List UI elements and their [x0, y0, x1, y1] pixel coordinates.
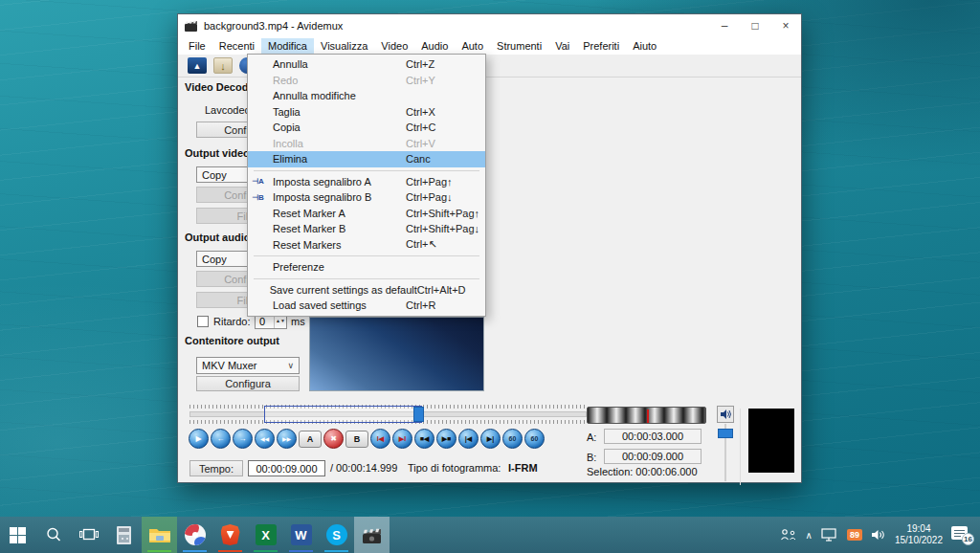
running-indicator	[218, 550, 242, 552]
avidemux-taskbar-button[interactable]	[354, 517, 390, 553]
word-button[interactable]: W	[283, 517, 319, 553]
skype-button[interactable]: S	[319, 517, 354, 553]
output-audio-codec-value: Copy	[202, 254, 227, 265]
first-frame-button[interactable]: ■◀	[414, 429, 434, 449]
menu-item-copia[interactable]: CopiaCtrl+C	[248, 120, 485, 136]
prev-keyframe-button[interactable]: ◀◀	[255, 429, 275, 449]
menu-item-redo[interactable]: RedoCtrl+Y	[248, 73, 485, 89]
menu-item-annulla[interactable]: AnnullaCtrl+Z	[248, 56, 485, 73]
menu-bar: File Recenti Modifica Visualizza Video A…	[178, 37, 801, 55]
menu-item-load-saved-settings[interactable]: Load saved settingsCtrl+R	[248, 298, 485, 314]
file-explorer-button[interactable]	[142, 517, 177, 553]
menu-item-taglia[interactable]: TagliaCtrl+X	[248, 104, 485, 121]
menu-video[interactable]: Video	[374, 38, 414, 54]
delay-checkbox[interactable]	[197, 316, 209, 327]
volume-mute-button[interactable]	[717, 406, 734, 423]
divider	[740, 409, 741, 485]
container-muxer-select[interactable]: MKV Muxer ∨	[196, 357, 300, 374]
notification-count-badge: 16	[962, 533, 974, 545]
prev-black-frame-button[interactable]: |◀	[458, 429, 479, 449]
delete-selection-button[interactable]: ✖	[323, 429, 344, 449]
running-indicator	[289, 550, 313, 552]
output-thumbnail	[748, 409, 794, 473]
calculator-button[interactable]	[106, 517, 142, 553]
running-indicator	[147, 550, 171, 552]
set-marker-b-button[interactable]: B	[345, 431, 368, 448]
search-button[interactable]	[35, 517, 71, 553]
goto-marker-b-button[interactable]: ▶I	[392, 429, 412, 449]
tempo-button[interactable]: Tempo:	[189, 460, 243, 476]
menu-modifica[interactable]: Modifica	[261, 38, 314, 54]
next-keyframe-button[interactable]: ▶▶	[277, 429, 297, 449]
volume-slider-thumb[interactable]	[718, 429, 733, 438]
menu-audio[interactable]: Audio	[414, 38, 455, 54]
task-view-button[interactable]	[71, 517, 106, 553]
prev-frame-button[interactable]: ←	[211, 429, 231, 449]
menu-item-save-settings-default[interactable]: Save current settings as defaultCtrl+Alt…	[248, 282, 485, 299]
timeline-thumb[interactable]	[413, 407, 424, 422]
menu-item-preferenze[interactable]: Preferenze	[248, 259, 485, 276]
marker-a-field[interactable]: 00:00:03.000	[604, 429, 702, 444]
save-file-icon[interactable]: ↓	[213, 57, 233, 74]
marker-a-label: A:	[587, 431, 596, 443]
avidemux-icon	[362, 526, 383, 544]
set-marker-a-button[interactable]: A	[299, 431, 322, 448]
start-button[interactable]	[0, 517, 35, 553]
clock[interactable]: 19:04 15/10/2022	[895, 523, 943, 546]
menu-item-reset-marker-b[interactable]: Reset Marker BCtrl+Shift+Pag↓	[248, 221, 485, 237]
action-center-button[interactable]: 16	[951, 525, 972, 544]
network-icon[interactable]	[821, 528, 838, 542]
title-bar[interactable]: background3.mp4 - Avidemux – □ ×	[178, 14, 801, 37]
edit-menu-dropdown: AnnullaCtrl+Z RedoCtrl+Y Annulla modific…	[247, 54, 486, 317]
jog-shuttle[interactable]	[587, 407, 706, 424]
tray-expand-chevron[interactable]: ∧	[806, 530, 813, 541]
media-disc-app-button[interactable]	[177, 517, 212, 553]
bookmark-b-icon: ⊣B	[252, 193, 273, 202]
goto-marker-a-button[interactable]: I◀	[370, 429, 390, 449]
current-time-field[interactable]: 00:00:09.000	[248, 460, 325, 476]
back-60s-button[interactable]: 60	[502, 429, 523, 449]
output-video-codec-value: Copy	[202, 169, 227, 181]
menu-item-reset-marker-a[interactable]: Reset Marker ACtrl+Shift+Pag↑	[248, 206, 485, 222]
double-right-icon: ▶▶	[282, 435, 291, 442]
next-black-frame-icon: ▶|	[487, 435, 494, 443]
transport-controls: ▶ ← → ◀◀ ▶▶ A ✖ B I◀ ▶I ■◀ ▶■ |◀ ▶| 60 6…	[189, 429, 545, 449]
fwd-60s-button[interactable]: 60	[524, 429, 545, 449]
last-frame-button[interactable]: ▶■	[436, 429, 457, 449]
menu-item-annulla-modifiche[interactable]: Annulla modifiche	[248, 88, 485, 104]
menu-strumenti[interactable]: Strumenti	[490, 38, 548, 54]
people-icon[interactable]	[780, 528, 797, 542]
brave-button[interactable]	[212, 517, 248, 553]
container-configure-button[interactable]: Configura	[196, 376, 300, 391]
play-button[interactable]: ▶	[189, 429, 209, 449]
menu-file[interactable]: File	[182, 38, 212, 54]
delete-x-icon: ✖	[330, 434, 337, 443]
menu-auto[interactable]: Auto	[455, 38, 490, 54]
last-frame-icon: ▶■	[442, 435, 452, 443]
minimize-button[interactable]: –	[709, 14, 740, 37]
marker-a-icon: A	[307, 434, 314, 444]
next-black-frame-button[interactable]: ▶|	[480, 429, 501, 449]
excel-button[interactable]: X	[248, 517, 283, 553]
battery-percent-badge[interactable]: 89	[847, 529, 862, 541]
frame-type-value: I-FRM	[508, 462, 538, 474]
system-tray: ∧ 89 19:04 15/10/2022 16	[780, 517, 980, 553]
next-frame-button[interactable]: →	[233, 429, 253, 449]
menu-visualizza[interactable]: Visualizza	[314, 38, 374, 54]
excel-icon: X	[256, 524, 277, 545]
open-file-icon[interactable]: ▲	[188, 57, 207, 74]
marker-b-field[interactable]: 00:00:09.000	[604, 449, 702, 464]
maximize-button[interactable]: □	[740, 14, 770, 37]
menu-item-imposta-segnalibro-a[interactable]: ⊣AImposta segnalibro ACtrl+Pag↑	[248, 174, 485, 190]
menu-item-elimina[interactable]: EliminaCanc	[248, 151, 485, 167]
close-button[interactable]: ×	[770, 14, 801, 37]
menu-vai[interactable]: Vai	[548, 38, 576, 54]
avidemux-app-icon	[185, 20, 198, 32]
menu-item-imposta-segnalibro-b[interactable]: ⊣BImposta segnalibro BCtrl+Pag↓	[248, 189, 485, 206]
menu-recenti[interactable]: Recenti	[212, 38, 261, 54]
volume-tray-icon[interactable]	[871, 528, 886, 542]
menu-item-reset-markers[interactable]: Reset MarkersCtrl+↖	[248, 237, 485, 254]
menu-aiuto[interactable]: Aiuto	[626, 38, 663, 54]
menu-preferiti[interactable]: Preferiti	[576, 38, 626, 54]
menu-item-incolla[interactable]: IncollaCtrl+V	[248, 136, 485, 152]
